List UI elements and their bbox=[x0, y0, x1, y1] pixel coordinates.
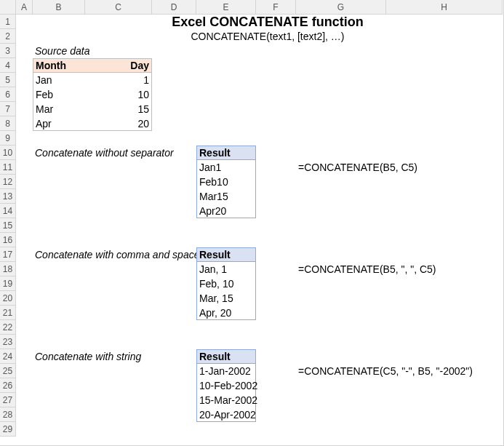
row-header[interactable]: 26 bbox=[0, 378, 16, 393]
row-header[interactable]: 28 bbox=[0, 407, 16, 422]
row-header[interactable]: 7 bbox=[0, 102, 16, 116]
col-header[interactable]: D bbox=[152, 0, 196, 15]
cell[interactable] bbox=[16, 233, 503, 247]
cell[interactable] bbox=[16, 407, 196, 422]
row-header[interactable]: 22 bbox=[0, 320, 16, 335]
cell[interactable] bbox=[256, 276, 503, 291]
cell[interactable] bbox=[152, 58, 503, 73]
row-header[interactable]: 15 bbox=[0, 218, 16, 233]
cell[interactable] bbox=[16, 175, 196, 189]
row-header[interactable]: 2 bbox=[0, 29, 16, 44]
col-header[interactable]: G bbox=[296, 0, 386, 15]
cell[interactable] bbox=[16, 146, 33, 160]
cell[interactable] bbox=[16, 378, 196, 393]
col-header[interactable]: E bbox=[196, 0, 256, 15]
cell[interactable] bbox=[256, 306, 503, 320]
cell[interactable] bbox=[16, 393, 196, 407]
result-cell[interactable]: Jan, 1 bbox=[196, 262, 256, 276]
cell[interactable] bbox=[152, 73, 503, 87]
row-header[interactable]: 8 bbox=[0, 116, 16, 131]
cell[interactable] bbox=[152, 116, 503, 131]
cell[interactable] bbox=[16, 364, 196, 378]
src-day[interactable]: 10 bbox=[85, 87, 152, 102]
result-cell[interactable]: Feb, 10 bbox=[196, 276, 256, 291]
cell[interactable] bbox=[256, 262, 296, 276]
cell[interactable] bbox=[16, 131, 503, 146]
cell[interactable] bbox=[256, 291, 503, 306]
cell[interactable] bbox=[16, 422, 503, 437]
row-header[interactable]: 3 bbox=[0, 44, 16, 58]
cell[interactable] bbox=[256, 160, 296, 175]
cell[interactable] bbox=[16, 15, 33, 29]
row-header[interactable]: 25 bbox=[0, 364, 16, 378]
src-month[interactable]: Apr bbox=[33, 116, 85, 131]
result-cell[interactable]: 1-Jan-2002 bbox=[196, 364, 256, 378]
col-header[interactable]: A bbox=[16, 0, 33, 15]
row-header[interactable]: 12 bbox=[0, 175, 16, 189]
cell[interactable] bbox=[16, 291, 196, 306]
row-header[interactable]: 17 bbox=[0, 247, 16, 262]
row-header[interactable]: 23 bbox=[0, 335, 16, 349]
result-cell[interactable]: Apr20 bbox=[196, 204, 256, 218]
row-header[interactable]: 19 bbox=[0, 276, 16, 291]
col-header[interactable]: B bbox=[33, 0, 85, 15]
row-header[interactable]: 6 bbox=[0, 87, 16, 102]
result-cell[interactable]: 15-Mar-2002 bbox=[196, 393, 256, 407]
col-header[interactable]: C bbox=[85, 0, 152, 15]
cell[interactable] bbox=[16, 73, 33, 87]
result-cell[interactable]: Jan1 bbox=[196, 160, 256, 175]
row-header[interactable]: 18 bbox=[0, 262, 16, 276]
cell[interactable] bbox=[16, 160, 196, 175]
cell[interactable] bbox=[16, 44, 33, 58]
row-header[interactable]: 1 bbox=[0, 15, 16, 29]
row-header[interactable]: 10 bbox=[0, 146, 16, 160]
col-header[interactable]: H bbox=[386, 0, 503, 15]
result-cell[interactable]: 10-Feb-2002 bbox=[196, 378, 256, 393]
cell[interactable] bbox=[256, 204, 503, 218]
cell[interactable] bbox=[16, 189, 196, 204]
row-header[interactable]: 14 bbox=[0, 204, 16, 218]
cell[interactable] bbox=[256, 189, 503, 204]
result-cell[interactable]: Mar, 15 bbox=[196, 291, 256, 306]
src-month[interactable]: Jan bbox=[33, 73, 85, 87]
cell[interactable] bbox=[256, 364, 296, 378]
cell[interactable] bbox=[256, 407, 503, 422]
result-cell[interactable]: Apr, 20 bbox=[196, 306, 256, 320]
cell[interactable] bbox=[256, 175, 503, 189]
row-header[interactable]: 21 bbox=[0, 306, 16, 320]
cell[interactable] bbox=[256, 146, 503, 160]
row-header[interactable]: 4 bbox=[0, 58, 16, 73]
cell[interactable] bbox=[16, 335, 503, 349]
src-month[interactable]: Feb bbox=[33, 87, 85, 102]
cell[interactable] bbox=[16, 276, 196, 291]
col-header[interactable]: F bbox=[256, 0, 296, 15]
row-header[interactable]: 20 bbox=[0, 291, 16, 306]
cell[interactable] bbox=[16, 247, 33, 262]
cell[interactable] bbox=[256, 393, 503, 407]
src-month[interactable]: Mar bbox=[33, 102, 85, 116]
cell[interactable] bbox=[16, 320, 503, 335]
cell[interactable] bbox=[16, 349, 33, 364]
cell[interactable] bbox=[16, 218, 503, 233]
cell[interactable] bbox=[16, 116, 33, 131]
result-cell[interactable]: Feb10 bbox=[196, 175, 256, 189]
cell[interactable] bbox=[16, 29, 33, 44]
cell[interactable] bbox=[16, 102, 33, 116]
src-day[interactable]: 1 bbox=[85, 73, 152, 87]
row-header[interactable]: 16 bbox=[0, 233, 16, 247]
cell[interactable] bbox=[256, 349, 503, 364]
cell[interactable] bbox=[16, 58, 33, 73]
cell[interactable] bbox=[16, 306, 196, 320]
cell[interactable] bbox=[16, 262, 196, 276]
row-header[interactable]: 13 bbox=[0, 189, 16, 204]
result-cell[interactable]: Mar15 bbox=[196, 189, 256, 204]
src-day[interactable]: 15 bbox=[85, 102, 152, 116]
row-header[interactable]: 5 bbox=[0, 73, 16, 87]
row-header[interactable]: 11 bbox=[0, 160, 16, 175]
cell[interactable] bbox=[16, 87, 33, 102]
cell[interactable] bbox=[152, 102, 503, 116]
cell[interactable] bbox=[256, 378, 503, 393]
result-cell[interactable]: 20-Apr-2002 bbox=[196, 407, 256, 422]
cell[interactable] bbox=[152, 44, 503, 58]
row-header[interactable]: 27 bbox=[0, 393, 16, 407]
